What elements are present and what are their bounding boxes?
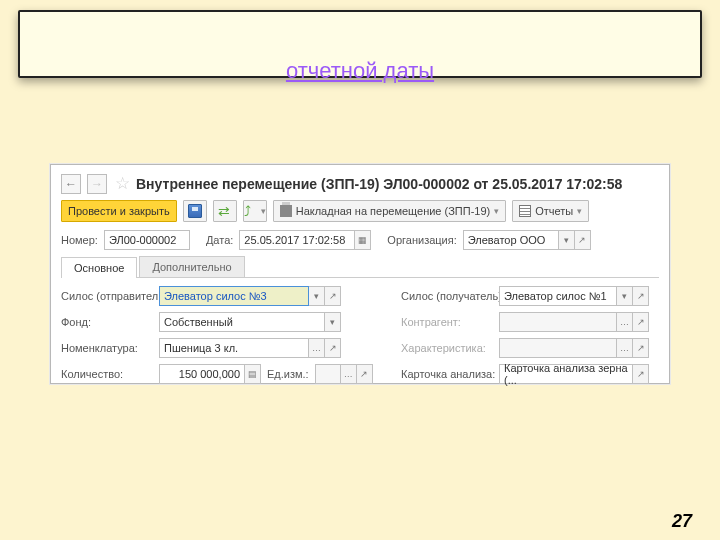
create-based-icon: ⤴	[244, 204, 257, 218]
nomenclature-input[interactable]: Пшеница 3 кл.	[159, 338, 309, 358]
app-window: ← → ☆ Внутреннее перемещение (ЗПП-19) ЭЛ…	[50, 164, 670, 384]
chevron-down-icon: ▾	[330, 317, 335, 327]
characteristic-label: Характеристика:	[401, 342, 491, 354]
characteristic-ellipsis: …	[617, 338, 633, 358]
silo-to-open[interactable]: ↗	[633, 286, 649, 306]
report-icon	[519, 205, 531, 217]
open-icon: ↗	[360, 369, 368, 379]
print-invoice-button[interactable]: Накладная на перемещение (ЗПП-19) ▾	[273, 200, 507, 222]
slide-page-number: 27	[672, 511, 692, 532]
reports-button[interactable]: Отчеты ▾	[512, 200, 589, 222]
silo-from-input[interactable]: Элеватор силос №3	[159, 286, 309, 306]
header-fields-row: Номер: ЭЛ00-000002 Дата: 25.05.2017 17:0…	[61, 230, 659, 250]
fund-input[interactable]: Собственный	[159, 312, 325, 332]
calculator-icon: ▤	[248, 369, 257, 379]
silo-from-open[interactable]: ↗	[325, 286, 341, 306]
reports-label: Отчеты	[535, 205, 573, 217]
nomenclature-group: Пшеница 3 кл. … ↗	[159, 338, 349, 358]
date-input[interactable]: 25.05.2017 17:02:58	[239, 230, 355, 250]
characteristic-open: ↗	[633, 338, 649, 358]
open-icon: ↗	[637, 369, 645, 379]
calendar-icon: ▦	[358, 235, 367, 245]
silo-to-value: Элеватор силос №1	[504, 290, 607, 302]
qty-value: 150 000,000	[164, 368, 240, 380]
uom-ellipsis: …	[341, 364, 357, 384]
uom-label: Ед.изм.:	[267, 368, 309, 380]
counterparty-ellipsis: …	[617, 312, 633, 332]
open-icon: ↗	[637, 317, 645, 327]
qty-row: 150 000,000 ▤ Ед.изм.: … ↗	[159, 364, 349, 384]
calendar-button[interactable]: ▦	[355, 230, 371, 250]
card-input[interactable]: Карточка анализа зерна (...	[499, 364, 633, 384]
open-icon: ↗	[329, 343, 337, 353]
post-button[interactable]: ⇄	[213, 200, 237, 222]
silo-from-dropdown[interactable]: ▾	[309, 286, 325, 306]
slide-banner	[18, 10, 702, 78]
open-icon: ↗	[637, 291, 645, 301]
characteristic-group: … ↗	[499, 338, 659, 358]
org-open-button[interactable]: ↗	[575, 230, 591, 250]
date-value: 25.05.2017 17:02:58	[244, 234, 345, 246]
favorite-star-icon[interactable]: ☆	[115, 173, 130, 194]
silo-from-label: Силос (отправитель):	[61, 290, 151, 302]
silo-to-group: Элеватор силос №1 ▾ ↗	[499, 286, 659, 306]
save-icon	[188, 204, 202, 218]
printer-icon	[280, 205, 292, 217]
nav-forward-button[interactable]: →	[87, 174, 107, 194]
toolbar: Провести и закрыть ⇄ ⤴ ▾ Накладная на пе…	[61, 200, 659, 222]
nav-back-button[interactable]: ←	[61, 174, 81, 194]
create-based-button[interactable]: ⤴ ▾	[243, 200, 267, 222]
tab-main[interactable]: Основное	[61, 257, 137, 278]
silo-to-label: Силос (получатель):	[401, 290, 491, 302]
silo-from-value: Элеватор силос №3	[164, 290, 267, 302]
chevron-down-icon: ▾	[622, 291, 627, 301]
open-icon: ↗	[329, 291, 337, 301]
number-input[interactable]: ЭЛ00-000002	[104, 230, 190, 250]
chevron-down-icon: ▾	[564, 235, 569, 245]
number-value: ЭЛ00-000002	[109, 234, 176, 246]
qty-label: Количество:	[61, 368, 151, 380]
date-label: Дата:	[206, 234, 233, 246]
fund-dropdown[interactable]: ▾	[325, 312, 341, 332]
org-input[interactable]: Элеватор ООО	[463, 230, 559, 250]
nomenclature-ellipsis[interactable]: …	[309, 338, 325, 358]
submit-close-label: Провести и закрыть	[68, 205, 170, 217]
tab-extra[interactable]: Дополнительно	[139, 256, 244, 277]
card-group: Карточка анализа зерна (... ↗	[499, 364, 659, 384]
fund-value: Собственный	[164, 316, 233, 328]
uom-group: … ↗	[315, 364, 373, 384]
post-icon: ⇄	[218, 204, 232, 218]
tabs: Основное Дополнительно	[61, 256, 659, 278]
nomenclature-label: Номенклатура:	[61, 342, 151, 354]
chevron-down-icon: ▾	[577, 206, 582, 216]
open-icon: ↗	[578, 235, 586, 245]
nomenclature-open[interactable]: ↗	[325, 338, 341, 358]
counterparty-open: ↗	[633, 312, 649, 332]
fund-label: Фонд:	[61, 316, 151, 328]
characteristic-input	[499, 338, 617, 358]
card-open[interactable]: ↗	[633, 364, 649, 384]
silo-to-input[interactable]: Элеватор силос №1	[499, 286, 617, 306]
uom-open: ↗	[357, 364, 373, 384]
card-label: Карточка анализа:	[401, 368, 491, 380]
counterparty-group: … ↗	[499, 312, 659, 332]
number-label: Номер:	[61, 234, 98, 246]
print-invoice-label: Накладная на перемещение (ЗПП-19)	[296, 205, 491, 217]
counterparty-label: Контрагент:	[401, 316, 491, 328]
qty-group: 150 000,000 ▤	[159, 364, 261, 384]
qty-input[interactable]: 150 000,000	[159, 364, 245, 384]
main-form-grid: Силос (отправитель): Элеватор силос №3 ▾…	[61, 286, 659, 384]
card-value: Карточка анализа зерна (...	[504, 362, 628, 386]
window-title: Внутреннее перемещение (ЗПП-19) ЭЛ00-000…	[136, 176, 622, 192]
date-input-group: 25.05.2017 17:02:58 ▦	[239, 230, 371, 250]
chevron-down-icon: ▾	[494, 206, 499, 216]
save-button[interactable]	[183, 200, 207, 222]
org-dropdown-button[interactable]: ▾	[559, 230, 575, 250]
submit-close-button[interactable]: Провести и закрыть	[61, 200, 177, 222]
open-icon: ↗	[637, 343, 645, 353]
silo-to-dropdown[interactable]: ▾	[617, 286, 633, 306]
uom-input	[315, 364, 341, 384]
qty-calc[interactable]: ▤	[245, 364, 261, 384]
fund-group: Собственный ▾	[159, 312, 349, 332]
org-input-group: Элеватор ООО ▾ ↗	[463, 230, 591, 250]
